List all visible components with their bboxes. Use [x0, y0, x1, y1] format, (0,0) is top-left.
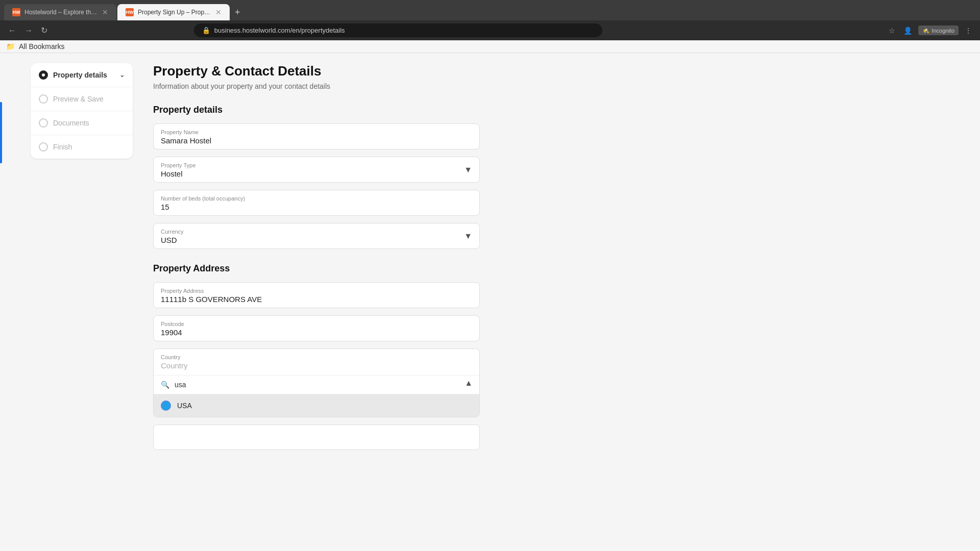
- country-search-box: 🔍: [154, 375, 479, 394]
- address-bar-row: ← → ↻ 🔒 business.hostelworld.com/en/prop…: [0, 20, 980, 40]
- section-title-property-details: Property details: [153, 105, 480, 115]
- tab-bar: HW Hostelworld – Explore the worl... ✕ H…: [0, 0, 980, 20]
- sidebar-label-finish: Finish: [53, 143, 125, 151]
- postcode-label: Postcode: [161, 321, 472, 327]
- tab1-close[interactable]: ✕: [102, 8, 108, 16]
- country-trigger[interactable]: Country Country ▲: [154, 349, 479, 375]
- sidebar-item-property-details[interactable]: Property details ⌄: [31, 63, 133, 87]
- tab1-favicon: HW: [12, 8, 20, 16]
- currency-value: USD: [161, 236, 177, 244]
- address-group: Property Address 11111b S GOVERNORS AVE: [153, 282, 480, 308]
- sidebar-item-documents[interactable]: Documents: [31, 111, 133, 135]
- country-selected-value: Country: [161, 361, 188, 370]
- radio-documents: [39, 118, 48, 128]
- address-section: Property Address Property Address 11111b…: [153, 263, 480, 450]
- address-bar[interactable]: 🔒 business.hostelworld.com/en/propertyde…: [194, 23, 602, 37]
- tab1-title: Hostelworld – Explore the worl...: [24, 9, 98, 16]
- property-name-group: Property Name Samara Hostel: [153, 123, 480, 149]
- incognito-badge: 🕵 Incognito: [918, 26, 959, 35]
- postcode-group: Postcode 19904: [153, 315, 480, 341]
- tab2-favicon: HW: [126, 8, 134, 16]
- tab-2[interactable]: HW Property Sign Up – Property an... ✕: [117, 4, 230, 20]
- property-type-field[interactable]: Property Type Hostel ▼: [153, 157, 480, 183]
- usa-flag-icon: 🌐: [161, 400, 171, 411]
- section-title-property-address: Property Address: [153, 263, 480, 274]
- property-type-dropdown-icon: ▼: [464, 165, 472, 174]
- property-name-value: Samara Hostel: [161, 136, 211, 145]
- property-name-label: Property Name: [161, 129, 472, 135]
- forward-button[interactable]: →: [22, 24, 35, 37]
- currency-dropdown-icon: ▼: [464, 232, 472, 241]
- search-icon: 🔍: [161, 381, 169, 389]
- postcode-value: 19904: [161, 328, 182, 337]
- country-group: Country Country ▲ 🔍 🌐: [153, 348, 480, 417]
- chevron-down-icon: ⌄: [119, 71, 125, 79]
- num-beds-group: Number of beds (total occupancy) 15: [153, 190, 480, 216]
- country-option-usa[interactable]: 🌐 USA: [154, 394, 479, 417]
- currency-label: Currency: [161, 229, 472, 235]
- menu-button[interactable]: ⋮: [963, 24, 974, 37]
- address-label: Property Address: [161, 288, 472, 294]
- sidebar-label-preview-save: Preview & Save: [53, 95, 125, 103]
- bookmark-star[interactable]: ☆: [887, 24, 897, 37]
- page-content: Property details ⌄ Preview & Save Docume…: [0, 53, 980, 512]
- main-content: Property & Contact Details Information a…: [153, 63, 480, 502]
- sidebar-item-preview-save[interactable]: Preview & Save: [31, 87, 133, 111]
- reload-button[interactable]: ↻: [39, 23, 50, 37]
- num-beds-value: 15: [161, 203, 169, 211]
- tab2-close[interactable]: ✕: [215, 8, 222, 16]
- url-text: business.hostelworld.com/en/propertydeta…: [214, 27, 345, 34]
- address-field[interactable]: Property Address 11111b S GOVERNORS AVE: [153, 282, 480, 308]
- tab2-title: Property Sign Up – Property an...: [138, 9, 211, 16]
- empty-field[interactable]: [153, 424, 480, 450]
- new-tab-button[interactable]: +: [231, 5, 244, 20]
- postcode-field[interactable]: Postcode 19904: [153, 315, 480, 341]
- country-trigger-left: Country Country: [161, 354, 188, 370]
- sidebar: Property details ⌄ Preview & Save Docume…: [31, 63, 133, 502]
- tab-1[interactable]: HW Hostelworld – Explore the worl... ✕: [4, 4, 116, 20]
- sidebar-card: Property details ⌄ Preview & Save Docume…: [31, 63, 133, 159]
- property-type-value: Hostel: [161, 169, 183, 178]
- country-dropdown-chevron: ▲: [464, 379, 473, 388]
- country-search-input[interactable]: [175, 381, 472, 389]
- property-name-field[interactable]: Property Name Samara Hostel: [153, 123, 480, 149]
- sidebar-item-finish[interactable]: Finish: [31, 135, 133, 159]
- sidebar-label-documents: Documents: [53, 119, 125, 127]
- page-subtitle: Information about your property and your…: [153, 82, 480, 90]
- profile-icon[interactable]: 👤: [901, 24, 914, 37]
- page-title: Property & Contact Details: [153, 63, 480, 79]
- radio-finish: [39, 142, 48, 152]
- bookmarks-folder-icon: 📁: [6, 42, 15, 51]
- property-type-group: Property Type Hostel ▼: [153, 157, 480, 183]
- left-accent-bar: [0, 102, 2, 163]
- incognito-icon: 🕵: [922, 27, 929, 34]
- currency-group: Currency USD ▼: [153, 223, 480, 249]
- radio-property-details: [39, 70, 48, 80]
- country-label: Country: [161, 354, 188, 360]
- bookmarks-label: All Bookmarks: [19, 42, 64, 51]
- num-beds-label: Number of beds (total occupancy): [161, 195, 472, 202]
- country-option-usa-label: USA: [177, 402, 192, 410]
- property-type-label: Property Type: [161, 162, 472, 168]
- num-beds-field[interactable]: Number of beds (total occupancy) 15: [153, 190, 480, 216]
- browser-actions: ☆ 👤 🕵 Incognito ⋮: [887, 24, 974, 37]
- address-value: 11111b S GOVERNORS AVE: [161, 295, 262, 304]
- country-dropdown: Country Country ▲ 🔍 🌐: [153, 348, 480, 417]
- currency-field[interactable]: Currency USD ▼: [153, 223, 480, 249]
- incognito-label: Incognito: [932, 28, 954, 34]
- radio-preview-save: [39, 94, 48, 104]
- browser-chrome: HW Hostelworld – Explore the worl... ✕ H…: [0, 0, 980, 53]
- lock-icon: 🔒: [202, 27, 210, 34]
- sidebar-label-property-details: Property details: [53, 71, 114, 79]
- back-button[interactable]: ←: [6, 24, 18, 37]
- bookmarks-bar: 📁 All Bookmarks: [0, 40, 980, 53]
